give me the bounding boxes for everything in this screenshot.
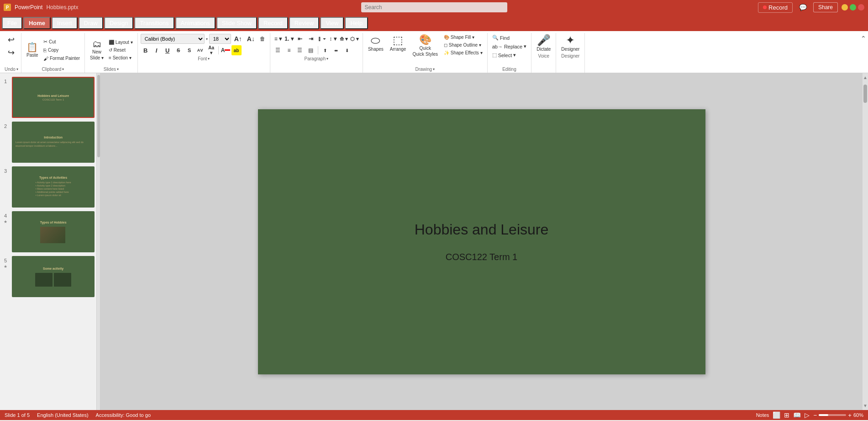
underline-button[interactable]: U [163, 45, 173, 55]
menu-draw[interactable]: Draw [79, 17, 103, 29]
notes-button[interactable]: Notes [756, 412, 769, 418]
bullets-button[interactable]: ≡ ▾ [273, 34, 283, 44]
columns-button[interactable]: ⫿ ▾ [317, 34, 327, 44]
clear-format-button[interactable]: 🗑 [258, 35, 267, 43]
section-button[interactable]: ≡ Section ▾ [107, 54, 135, 61]
align-top-button[interactable]: ⬆ [320, 45, 330, 55]
shape-effects-button[interactable]: ✨ Shape Effects ▾ [442, 49, 484, 56]
undo-button[interactable]: ↩ [6, 34, 16, 46]
reset-button[interactable]: ↺ Reset [107, 47, 135, 53]
change-case-button[interactable]: Aa ▾ [206, 45, 216, 55]
comments-button[interactable]: 💬 [796, 3, 810, 12]
search-input[interactable] [361, 2, 507, 12]
strikethrough-button[interactable]: S [174, 45, 184, 55]
slide-canvas[interactable]: Hobbies and Leisure COSC122 Term 1 [258, 109, 705, 374]
menu-view[interactable]: View [320, 17, 344, 29]
record-button[interactable]: Record [758, 2, 793, 13]
font-size-select[interactable]: 18 [209, 34, 231, 44]
line-spacing-button[interactable]: ↕ ▾ [328, 34, 338, 44]
font-grow-button[interactable]: A↑ [232, 34, 244, 43]
menu-file[interactable]: File [2, 17, 22, 29]
menu-design[interactable]: Design [104, 17, 133, 29]
layout-button[interactable]: ⬛ Layout ▾ [107, 39, 135, 46]
font-color-button[interactable]: A [221, 45, 231, 55]
shape-fill-button[interactable]: 🎨 Shape Fill ▾ [442, 34, 484, 41]
menu-bar: File Home Insert Draw Design Transitions… [0, 15, 868, 31]
main-content: 1 Hobbies and Leisure COSC122 Term 1 2 I… [0, 73, 868, 410]
menu-review[interactable]: Review [289, 17, 320, 29]
window-controls [842, 4, 864, 11]
arrange-button[interactable]: ⬚ Arrange [388, 34, 409, 53]
maximize-button[interactable] [850, 4, 856, 11]
scroll-up-button[interactable]: ▲ [862, 74, 868, 81]
dictate-button[interactable]: 🎤 Dictate [534, 34, 553, 53]
slide-5-thumb[interactable]: Some activity [12, 256, 95, 297]
menu-animations[interactable]: Animations [175, 17, 216, 29]
scroll-down-button[interactable]: ▼ [862, 402, 868, 409]
menu-help[interactable]: Help [345, 17, 368, 29]
paragraph-group-label[interactable]: Paragraph ▾ [305, 56, 329, 61]
slide-2-thumb[interactable]: Introduction Lorem ipsum dolor sit amet … [12, 122, 95, 163]
slide-4-thumb[interactable]: Types of Hobbies [12, 211, 95, 252]
drawing-group-label[interactable]: Drawing ▾ [415, 67, 435, 72]
shadow-button[interactable]: S [184, 45, 195, 55]
slide-1-thumb[interactable]: Hobbies and Leisure COSC122 Term 1 [12, 77, 95, 118]
select-button[interactable]: ⬚ Select ▾ [490, 51, 518, 59]
new-slide-button[interactable]: 🗂 New Slide ▾ [88, 38, 106, 61]
align-bottom-button[interactable]: ⬇ [342, 45, 352, 55]
italic-button[interactable]: I [152, 45, 162, 55]
minimize-button[interactable] [842, 4, 848, 11]
zoom-in-button[interactable]: + [848, 412, 852, 419]
slides-group-label[interactable]: Slides ▾ [104, 67, 119, 72]
ribbon-collapse-button[interactable]: ⌃ [861, 35, 866, 42]
menu-transitions[interactable]: Transitions [134, 17, 174, 29]
copy-button[interactable]: ⎘ Copy [42, 47, 82, 54]
bold-button[interactable]: B [141, 45, 151, 55]
slide-3-thumb[interactable]: Types of Activities • Activity type 1 de… [12, 166, 95, 208]
highlight-button[interactable]: ab [231, 45, 242, 55]
justify-button[interactable]: ▤ [306, 45, 316, 55]
decrease-indent-button[interactable]: ⇤ [295, 34, 305, 44]
designer-icon: ✦ [566, 35, 575, 46]
format-painter-button[interactable]: 🖌 Format Painter [42, 55, 82, 62]
align-middle-button[interactable]: ⬌ [331, 45, 341, 55]
smart-art-button[interactable]: ⬡ ▾ [350, 34, 360, 44]
menu-insert[interactable]: Insert [52, 17, 78, 29]
menu-record[interactable]: Record [258, 17, 288, 29]
replace-button[interactable]: ab→ Replace ▾ [490, 43, 529, 50]
share-button[interactable]: Share [813, 2, 838, 12]
close-button[interactable] [858, 4, 864, 11]
find-button[interactable]: 🔍 Find [490, 34, 511, 42]
char-spacing-button[interactable]: AV [195, 45, 205, 55]
shape-outline-button[interactable]: ◻ Shape Outline ▾ [442, 42, 484, 48]
align-left-button[interactable]: ☰ [273, 45, 283, 55]
scroll-thumb[interactable] [863, 85, 867, 103]
text-direction-button[interactable]: ⟰ ▾ [339, 34, 349, 44]
undo-group-label[interactable]: Undo ▾ [5, 67, 18, 72]
align-center-button[interactable]: ≡ [284, 45, 294, 55]
editor-scrollbar-v[interactable]: ▲ ▼ [863, 73, 868, 410]
designer-button[interactable]: ✦ Designer [559, 34, 582, 53]
increase-indent-button[interactable]: ⇥ [306, 34, 316, 44]
font-name-select[interactable]: Calibri (Body) [141, 34, 205, 44]
slide-panel-scroll-thumb[interactable] [97, 75, 100, 157]
slide-sorter-button[interactable]: ⊞ [784, 411, 789, 419]
reading-view-button[interactable]: 📖 [793, 411, 801, 419]
numbering-button[interactable]: 1. ▾ [284, 34, 294, 44]
font-shrink-button[interactable]: A↓ [245, 34, 257, 43]
redo-button[interactable]: ↪ [6, 47, 16, 59]
clipboard-group-label[interactable]: Clipboard ▾ [42, 67, 64, 72]
menu-home[interactable]: Home [23, 17, 51, 29]
zoom-slider[interactable] [819, 414, 846, 416]
quick-styles-button[interactable]: 🎨 Quick Quick Styles [410, 34, 440, 58]
cut-button[interactable]: ✂ Cut [42, 38, 82, 46]
slide-panel-scrollbar[interactable] [97, 73, 100, 410]
align-right-button[interactable]: ☰ [295, 45, 305, 55]
zoom-out-button[interactable]: − [813, 412, 817, 419]
font-group-label[interactable]: Font ▾ [198, 56, 210, 61]
menu-slideshow[interactable]: Slide Show [216, 17, 257, 29]
paste-button[interactable]: 📋 Paste [24, 42, 41, 59]
shapes-button[interactable]: ⬭ Shapes [366, 34, 386, 53]
normal-view-button[interactable]: ⬜ [773, 411, 780, 419]
slideshow-button[interactable]: ▷ [805, 411, 810, 419]
